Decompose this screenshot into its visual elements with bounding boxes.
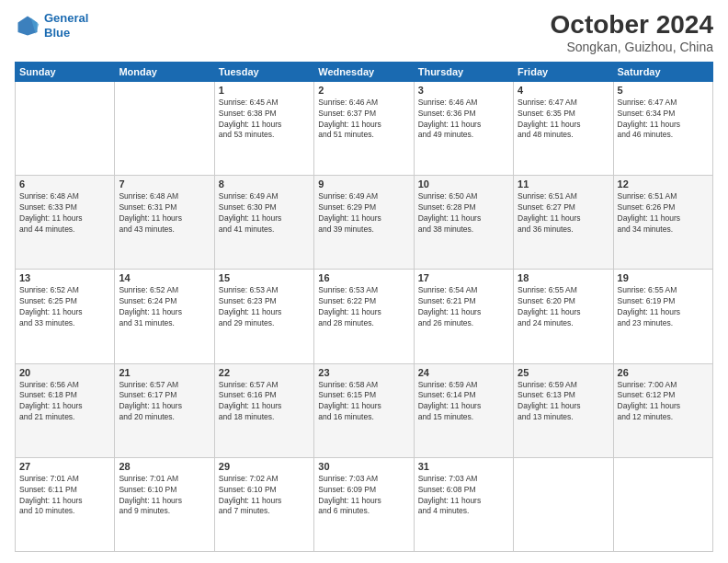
day-info: Sunrise: 7:01 AMSunset: 6:10 PMDaylight:…	[119, 474, 210, 518]
calendar-title: October 2024	[551, 11, 713, 40]
day-info: Sunrise: 6:45 AMSunset: 6:38 PMDaylight:…	[219, 98, 310, 142]
calendar-cell: 21Sunrise: 6:57 AMSunset: 6:17 PMDayligh…	[115, 363, 214, 457]
calendar-cell: 27Sunrise: 7:01 AMSunset: 6:11 PMDayligh…	[16, 457, 115, 551]
calendar-week-4: 20Sunrise: 6:56 AMSunset: 6:18 PMDayligh…	[16, 363, 713, 457]
calendar-cell: 14Sunrise: 6:52 AMSunset: 6:24 PMDayligh…	[115, 270, 214, 363]
calendar-cell: 25Sunrise: 6:59 AMSunset: 6:13 PMDayligh…	[514, 363, 613, 457]
day-number: 1	[219, 85, 310, 96]
day-info: Sunrise: 6:57 AMSunset: 6:16 PMDaylight:…	[219, 380, 310, 424]
day-number: 14	[119, 272, 210, 283]
day-number: 19	[618, 272, 709, 283]
day-info: Sunrise: 6:52 AMSunset: 6:25 PMDaylight:…	[19, 285, 110, 329]
calendar-cell: 24Sunrise: 6:59 AMSunset: 6:14 PMDayligh…	[414, 363, 513, 457]
day-number: 6	[19, 178, 110, 190]
day-number: 16	[318, 272, 409, 283]
calendar-cell: 8Sunrise: 6:49 AMSunset: 6:30 PMDaylight…	[214, 176, 313, 270]
day-info: Sunrise: 6:46 AMSunset: 6:37 PMDaylight:…	[318, 98, 409, 142]
day-number: 20	[19, 367, 110, 378]
calendar-week-5: 27Sunrise: 7:01 AMSunset: 6:11 PMDayligh…	[16, 457, 713, 551]
day-number: 4	[518, 85, 609, 96]
col-tuesday: Tuesday	[214, 62, 313, 81]
col-monday: Monday	[115, 62, 214, 81]
logo-icon	[15, 13, 40, 39]
day-number: 9	[318, 178, 409, 190]
day-info: Sunrise: 6:48 AMSunset: 6:33 PMDaylight:…	[19, 191, 110, 236]
col-sunday: Sunday	[16, 62, 115, 81]
day-number: 13	[19, 272, 110, 283]
day-number: 10	[418, 178, 509, 190]
day-number: 8	[219, 178, 310, 190]
calendar-cell: 12Sunrise: 6:51 AMSunset: 6:26 PMDayligh…	[613, 176, 712, 270]
day-number: 15	[219, 272, 310, 283]
calendar-cell: 29Sunrise: 7:02 AMSunset: 6:10 PMDayligh…	[214, 457, 313, 551]
calendar-header-row: Sunday Monday Tuesday Wednesday Thursday…	[16, 62, 713, 81]
calendar-cell: 7Sunrise: 6:48 AMSunset: 6:31 PMDaylight…	[115, 176, 214, 270]
day-number: 24	[418, 367, 509, 378]
day-info: Sunrise: 6:53 AMSunset: 6:22 PMDaylight:…	[318, 285, 409, 329]
day-info: Sunrise: 7:02 AMSunset: 6:10 PMDaylight:…	[219, 474, 310, 518]
page: General Blue October 2024 Songkan, Guizh…	[0, 0, 728, 563]
day-info: Sunrise: 7:00 AMSunset: 6:12 PMDaylight:…	[618, 380, 709, 424]
header: General Blue October 2024 Songkan, Guizh…	[15, 11, 713, 54]
day-number: 12	[618, 178, 709, 190]
calendar-table: Sunday Monday Tuesday Wednesday Thursday…	[15, 62, 713, 552]
calendar-cell: 20Sunrise: 6:56 AMSunset: 6:18 PMDayligh…	[16, 363, 115, 457]
calendar-cell: 17Sunrise: 6:54 AMSunset: 6:21 PMDayligh…	[414, 270, 513, 363]
calendar-cell	[613, 457, 712, 551]
logo-general: General	[44, 11, 88, 25]
calendar-cell: 31Sunrise: 7:03 AMSunset: 6:08 PMDayligh…	[414, 457, 513, 551]
day-info: Sunrise: 6:46 AMSunset: 6:36 PMDaylight:…	[418, 98, 509, 142]
day-info: Sunrise: 7:03 AMSunset: 6:09 PMDaylight:…	[318, 474, 409, 518]
day-info: Sunrise: 6:49 AMSunset: 6:30 PMDaylight:…	[219, 191, 310, 236]
logo-blue-text: Blue	[44, 26, 70, 40]
calendar-cell: 22Sunrise: 6:57 AMSunset: 6:16 PMDayligh…	[214, 363, 313, 457]
day-number: 11	[518, 178, 609, 190]
calendar-week-2: 6Sunrise: 6:48 AMSunset: 6:33 PMDaylight…	[16, 176, 713, 270]
day-info: Sunrise: 6:48 AMSunset: 6:31 PMDaylight:…	[119, 191, 210, 236]
day-number: 30	[318, 461, 409, 472]
day-number: 29	[219, 461, 310, 472]
calendar-cell: 9Sunrise: 6:49 AMSunset: 6:29 PMDaylight…	[314, 176, 414, 270]
calendar-cell: 30Sunrise: 7:03 AMSunset: 6:09 PMDayligh…	[314, 457, 414, 551]
calendar-cell: 1Sunrise: 6:45 AMSunset: 6:38 PMDaylight…	[214, 81, 313, 175]
calendar-cell: 11Sunrise: 6:51 AMSunset: 6:27 PMDayligh…	[514, 176, 613, 270]
col-wednesday: Wednesday	[314, 62, 414, 81]
day-number: 5	[618, 85, 709, 96]
day-number: 26	[618, 367, 709, 378]
day-info: Sunrise: 7:03 AMSunset: 6:08 PMDaylight:…	[418, 474, 509, 518]
day-info: Sunrise: 6:57 AMSunset: 6:17 PMDaylight:…	[119, 380, 210, 424]
calendar-cell: 15Sunrise: 6:53 AMSunset: 6:23 PMDayligh…	[214, 270, 313, 363]
calendar-cell: 23Sunrise: 6:58 AMSunset: 6:15 PMDayligh…	[314, 363, 414, 457]
calendar-cell: 26Sunrise: 7:00 AMSunset: 6:12 PMDayligh…	[613, 363, 712, 457]
day-info: Sunrise: 6:47 AMSunset: 6:34 PMDaylight:…	[618, 98, 709, 142]
day-number: 28	[119, 461, 210, 472]
day-info: Sunrise: 6:55 AMSunset: 6:19 PMDaylight:…	[618, 285, 709, 329]
calendar-week-3: 13Sunrise: 6:52 AMSunset: 6:25 PMDayligh…	[16, 270, 713, 363]
calendar-cell: 5Sunrise: 6:47 AMSunset: 6:34 PMDaylight…	[613, 81, 712, 175]
day-info: Sunrise: 6:56 AMSunset: 6:18 PMDaylight:…	[19, 380, 110, 424]
day-info: Sunrise: 6:59 AMSunset: 6:14 PMDaylight:…	[418, 380, 509, 424]
day-info: Sunrise: 6:58 AMSunset: 6:15 PMDaylight:…	[318, 380, 409, 424]
day-number: 31	[418, 461, 509, 472]
day-number: 22	[219, 367, 310, 378]
calendar-cell	[514, 457, 613, 551]
day-info: Sunrise: 6:47 AMSunset: 6:35 PMDaylight:…	[518, 98, 609, 142]
col-friday: Friday	[514, 62, 613, 81]
col-saturday: Saturday	[613, 62, 712, 81]
day-info: Sunrise: 6:59 AMSunset: 6:13 PMDaylight:…	[518, 380, 609, 424]
day-number: 17	[418, 272, 509, 283]
day-info: Sunrise: 6:51 AMSunset: 6:26 PMDaylight:…	[618, 191, 709, 236]
day-info: Sunrise: 6:49 AMSunset: 6:29 PMDaylight:…	[318, 191, 409, 236]
day-info: Sunrise: 6:55 AMSunset: 6:20 PMDaylight:…	[518, 285, 609, 329]
calendar-cell: 18Sunrise: 6:55 AMSunset: 6:20 PMDayligh…	[514, 270, 613, 363]
calendar-cell: 10Sunrise: 6:50 AMSunset: 6:28 PMDayligh…	[414, 176, 513, 270]
calendar-cell: 4Sunrise: 6:47 AMSunset: 6:35 PMDaylight…	[514, 81, 613, 175]
calendar-cell: 2Sunrise: 6:46 AMSunset: 6:37 PMDaylight…	[314, 81, 414, 175]
calendar-week-1: 1Sunrise: 6:45 AMSunset: 6:38 PMDaylight…	[16, 81, 713, 175]
calendar-cell	[16, 81, 115, 175]
day-number: 27	[19, 461, 110, 472]
day-number: 25	[518, 367, 609, 378]
calendar-cell: 16Sunrise: 6:53 AMSunset: 6:22 PMDayligh…	[314, 270, 414, 363]
calendar-cell: 6Sunrise: 6:48 AMSunset: 6:33 PMDaylight…	[16, 176, 115, 270]
day-number: 23	[318, 367, 409, 378]
